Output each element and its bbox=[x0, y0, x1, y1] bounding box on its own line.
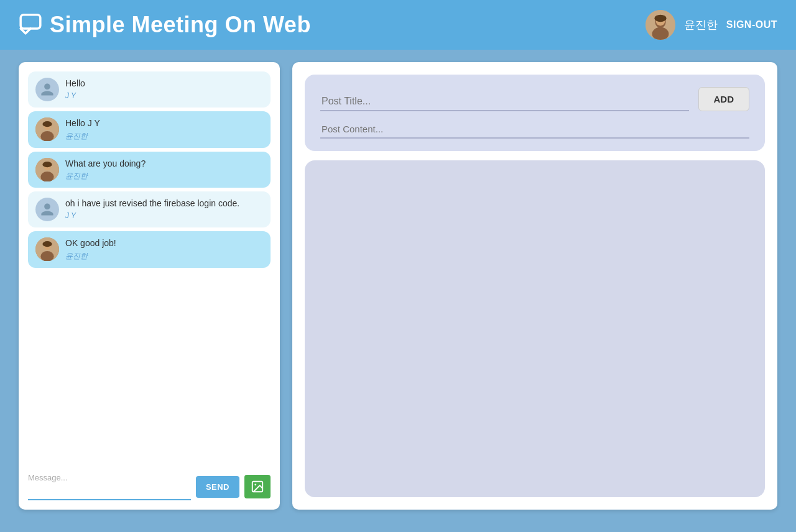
svg-point-3 bbox=[652, 27, 669, 40]
message-placeholder: Message... bbox=[28, 473, 191, 482]
svg-point-9 bbox=[40, 131, 53, 141]
post-panel: ADD bbox=[292, 62, 777, 510]
post-form-top: ADD bbox=[320, 87, 749, 111]
send-button[interactable]: SEND bbox=[196, 476, 239, 498]
post-form: ADD bbox=[305, 75, 765, 151]
avatar bbox=[35, 117, 59, 141]
image-upload-button[interactable] bbox=[244, 475, 271, 498]
message-item: Hello J Y bbox=[28, 71, 271, 108]
message-item: What are you doing? 윤진한 bbox=[28, 152, 271, 188]
post-content-input[interactable] bbox=[320, 121, 749, 139]
message-author: 윤진한 bbox=[65, 251, 116, 262]
chat-panel: Hello J Y Hello J Y 윤진한 bbox=[19, 62, 280, 510]
user-avatar bbox=[646, 10, 675, 40]
sign-out-button[interactable]: SIGN-OUT bbox=[726, 19, 777, 30]
message-input[interactable] bbox=[28, 484, 191, 500]
chat-bubble-icon bbox=[19, 12, 42, 39]
add-button[interactable]: ADD bbox=[698, 87, 750, 111]
main-content: Hello J Y Hello J Y 윤진한 bbox=[0, 50, 796, 522]
post-title-input[interactable] bbox=[320, 93, 689, 111]
message-author: 윤진한 bbox=[65, 131, 100, 142]
message-item: Hello J Y 윤진한 bbox=[28, 111, 271, 148]
svg-point-8 bbox=[42, 121, 52, 127]
message-content: oh i have just revised the firebase logi… bbox=[65, 198, 239, 220]
svg-point-16 bbox=[42, 241, 52, 247]
message-author: J Y bbox=[65, 211, 239, 220]
header-left: Simple Meeting On Web bbox=[19, 12, 311, 39]
user-name: 윤진한 bbox=[684, 17, 718, 32]
message-content: What are you doing? 윤진한 bbox=[65, 158, 146, 182]
message-text: Hello J Y bbox=[65, 117, 100, 130]
message-item: OK good job! 윤진한 bbox=[28, 231, 271, 268]
avatar bbox=[35, 158, 59, 181]
avatar bbox=[35, 78, 59, 101]
svg-rect-0 bbox=[21, 14, 40, 28]
message-text: oh i have just revised the firebase logi… bbox=[65, 198, 239, 210]
message-text: What are you doing? bbox=[65, 158, 146, 170]
svg-point-12 bbox=[42, 162, 52, 167]
svg-point-17 bbox=[40, 251, 53, 261]
svg-point-5 bbox=[654, 15, 666, 22]
image-icon bbox=[251, 480, 264, 493]
message-content: Hello J Y 윤진한 bbox=[65, 117, 100, 142]
app-title: Simple Meeting On Web bbox=[50, 12, 311, 38]
avatar bbox=[35, 198, 59, 221]
app-header: Simple Meeting On Web 윤진한 SIGN-OUT bbox=[0, 0, 796, 50]
svg-point-13 bbox=[40, 172, 53, 181]
chat-input-area: Message... SEND bbox=[28, 470, 271, 500]
message-author: J Y bbox=[65, 91, 85, 100]
post-list-area bbox=[305, 160, 765, 497]
message-text: OK good job! bbox=[65, 237, 116, 250]
avatar bbox=[35, 237, 59, 261]
header-right: 윤진한 SIGN-OUT bbox=[646, 10, 777, 40]
message-content: OK good job! 윤진한 bbox=[65, 237, 116, 262]
message-text: Hello bbox=[65, 78, 85, 90]
message-author: 윤진한 bbox=[65, 171, 146, 181]
message-input-wrapper: Message... bbox=[28, 473, 191, 500]
messages-list: Hello J Y Hello J Y 윤진한 bbox=[28, 71, 271, 461]
message-item: oh i have just revised the firebase logi… bbox=[28, 191, 271, 227]
message-content: Hello J Y bbox=[65, 78, 85, 100]
svg-point-19 bbox=[254, 484, 256, 485]
